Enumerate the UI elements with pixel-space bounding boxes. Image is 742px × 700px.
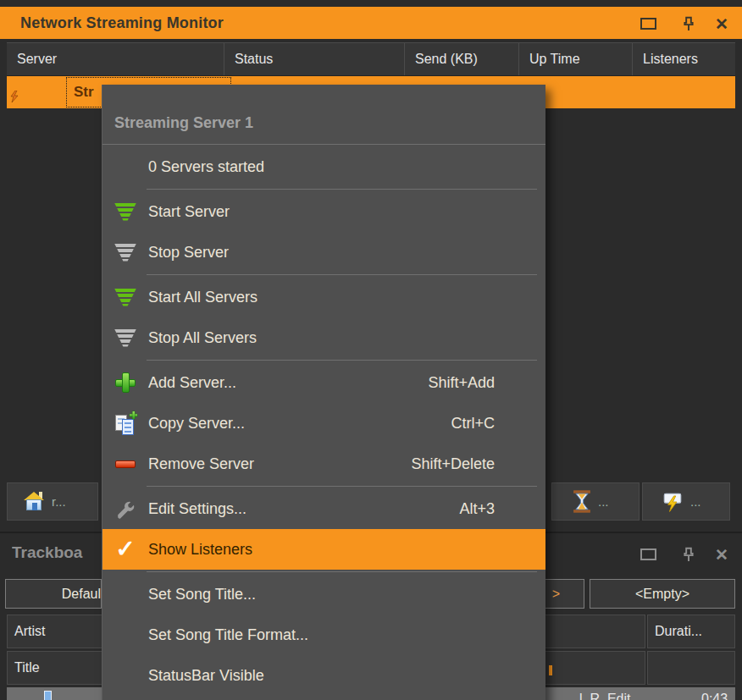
- menu-item-label: StatusBar Visible: [148, 667, 264, 685]
- menu-item-shortcut: Ctrl+C: [451, 415, 495, 433]
- lightning-toolbar-button[interactable]: ...: [642, 482, 730, 521]
- trackboard-restore-icon: [640, 548, 656, 560]
- trackboard-close-button[interactable]: ✕: [712, 545, 732, 564]
- menu-item-label: Set Song Title...: [148, 586, 256, 604]
- menu-item-show-listeners[interactable]: ✓ Show Listeners: [102, 529, 545, 570]
- trackboard-close-icon: ✕: [715, 547, 728, 563]
- column-header-send-kb[interactable]: Send (KB): [405, 43, 519, 75]
- spark-icon: [9, 91, 19, 102]
- column-header-listeners[interactable]: Listeners: [633, 43, 735, 75]
- menu-item-start-all-servers[interactable]: Start All Servers: [102, 277, 545, 317]
- home-button-label: r...: [52, 494, 66, 509]
- trackboard-restore-button[interactable]: [638, 545, 658, 564]
- lightning-button-label: ...: [690, 494, 701, 509]
- server-name-text: Str: [74, 84, 94, 101]
- menu-item-label: 0 Servers started: [148, 158, 264, 176]
- context-menu-header: Streaming Server 1: [102, 103, 545, 142]
- server-context-menu: Streaming Server 1 0 Servers started Sta…: [102, 85, 545, 700]
- menu-item-stop-all-servers[interactable]: Stop All Servers: [102, 317, 545, 358]
- menu-item-statusbar-visible[interactable]: StatusBar Visible: [102, 655, 545, 696]
- copy-icon: [113, 412, 138, 434]
- menu-separator: [147, 571, 537, 572]
- checkmark-icon: ✓: [113, 537, 138, 561]
- restore-icon: [640, 18, 656, 30]
- menu-item-label: Stop All Servers: [148, 329, 257, 347]
- pin-icon: [683, 16, 695, 31]
- menu-item-label: Start All Servers: [148, 289, 257, 306]
- antenna-green-icon: [113, 289, 138, 306]
- trackboard-pin-button[interactable]: [678, 545, 699, 564]
- column-header-server[interactable]: Server: [7, 43, 224, 75]
- track-duration-fragment: 0:43: [701, 692, 728, 700]
- column-header-up-time[interactable]: Up Time: [519, 43, 633, 75]
- hidden-dropdown-fragment: >: [552, 587, 560, 602]
- pin-button[interactable]: [678, 14, 699, 33]
- close-icon: ✕: [715, 16, 728, 32]
- menu-item-set-song-title-format[interactable]: Set Song Title Format...: [102, 615, 545, 655]
- menu-item-label: Show Listeners: [148, 541, 252, 559]
- menu-item-servers-started: 0 Servers started: [102, 146, 545, 187]
- menu-item-label: Remove Server: [148, 455, 254, 473]
- menu-item-add-server[interactable]: Add Server... Shift+Add: [102, 362, 545, 403]
- menu-item-label: Set Song Title Format...: [148, 626, 308, 644]
- network-streaming-monitor-window: Network Streaming Monitor ✕ Server Statu…: [0, 0, 742, 700]
- checkmark-glyph: ✓: [115, 537, 135, 561]
- hourglass-toolbar-button[interactable]: ...: [551, 482, 640, 521]
- minus-icon: [113, 460, 138, 468]
- menu-item-shortcut: Shift+Add: [428, 374, 495, 392]
- restore-button[interactable]: [638, 14, 658, 33]
- close-button[interactable]: ✕: [712, 14, 732, 33]
- hourglass-button-label: ...: [598, 494, 609, 509]
- plus-icon: [113, 372, 138, 394]
- default-preset-label: Defaul: [62, 587, 101, 602]
- menu-item-shortcut: Shift+Delete: [411, 455, 495, 473]
- column-header-status[interactable]: Status: [224, 43, 405, 75]
- hidden-text-fragment: [549, 665, 552, 675]
- menu-item-copy-server[interactable]: Copy Server... Ctrl+C: [102, 403, 545, 444]
- trackboard-panel-title: Trackboa: [12, 543, 102, 562]
- window-titlebar[interactable]: Network Streaming Monitor ✕: [0, 7, 742, 39]
- server-table-header: Server Status Send (KB) Up Time Listener…: [7, 42, 735, 76]
- track-text-fragment: l. R. Edit...: [579, 692, 642, 700]
- menu-separator: [147, 360, 537, 361]
- house-door: [32, 503, 37, 510]
- default-preset-dropdown[interactable]: Defaul: [5, 579, 102, 609]
- menu-item-label: Add Server...: [148, 374, 236, 392]
- home-icon: [23, 492, 45, 512]
- empty-preset-label: <Empty>: [635, 587, 689, 602]
- menu-separator: [147, 486, 537, 487]
- menu-item-set-song-title[interactable]: Set Song Title...: [102, 574, 545, 615]
- home-toolbar-button[interactable]: r...: [7, 482, 98, 521]
- menu-item-shortcut: Alt+3: [459, 500, 495, 518]
- menu-separator: [102, 144, 545, 145]
- menu-item-edit-settings[interactable]: Edit Settings... Alt+3: [102, 488, 545, 529]
- wrench-icon: [113, 499, 138, 519]
- antenna-gray-icon: [113, 329, 138, 347]
- menu-item-label: Start Server: [148, 203, 230, 221]
- trackboard-pin-icon: [683, 547, 695, 562]
- menu-item-remove-server[interactable]: Remove Server Shift+Delete: [102, 444, 545, 484]
- duration-header-cell[interactable]: Durati...: [647, 615, 735, 648]
- antenna-gray-icon: [113, 244, 138, 262]
- menu-item-label: Edit Settings...: [148, 500, 246, 518]
- empty-preset-dropdown[interactable]: <Empty>: [590, 579, 735, 609]
- hourglass-icon: [573, 490, 591, 513]
- antenna-green-icon: [113, 203, 138, 221]
- menu-item-label: Copy Server...: [148, 415, 245, 433]
- window-title: Network Streaming Monitor: [20, 14, 224, 32]
- menu-item-label: Stop Server: [148, 244, 229, 262]
- track-item-icon: [44, 691, 52, 700]
- menu-separator: [147, 189, 537, 190]
- title-row-empty-cell: [647, 651, 735, 685]
- lightning-icon: [662, 491, 684, 513]
- menu-separator: [147, 274, 537, 275]
- menu-item-stop-server[interactable]: Stop Server: [102, 232, 545, 273]
- menu-item-start-server[interactable]: Start Server: [102, 191, 545, 232]
